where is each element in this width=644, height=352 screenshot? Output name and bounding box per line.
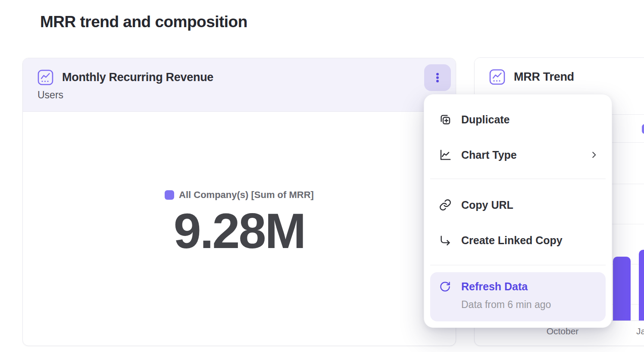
mrr-card-header: Monthly Recurring Revenue Users	[23, 58, 456, 112]
mrr-card-title-row: Monthly Recurring Revenue	[38, 69, 441, 85]
menu-item-label: Duplicate	[461, 113, 510, 126]
duplicate-icon	[439, 113, 452, 126]
mrr-big-number: 9.28M	[174, 205, 305, 257]
legend-label: All Company(s) [Sum of MRR]	[179, 189, 314, 201]
dashboard-viewport: MRR trend and composition Monthly Recurr…	[0, 0, 644, 352]
menu-item-label: Create Linked Copy	[461, 234, 563, 247]
refresh-row: Refresh Data	[439, 280, 528, 293]
menu-item-copy-url[interactable]: Copy URL	[424, 193, 612, 217]
menu-divider	[430, 179, 606, 179]
link-icon	[439, 198, 452, 211]
menu-item-refresh-data[interactable]: Refresh Data Data from 6 min ago	[430, 272, 606, 321]
chevron-right-icon	[589, 150, 599, 160]
trend-bar[interactable]	[639, 250, 644, 321]
chart-type-icon	[439, 148, 452, 161]
linked-copy-icon	[439, 234, 452, 247]
legend-swatch	[165, 190, 174, 200]
mrr-legend: All Company(s) [Sum of MRR]	[165, 189, 314, 201]
mrr-card: Monthly Recurring Revenue Users All Comp…	[22, 58, 456, 346]
menu-item-duplicate[interactable]: Duplicate	[424, 107, 612, 132]
card-context-menu: Duplicate Chart Type Copy URL	[424, 94, 612, 328]
chart-widget-icon	[489, 69, 505, 85]
x-tick-january: Ja	[636, 326, 644, 336]
menu-divider	[430, 265, 606, 265]
card-options-button[interactable]	[424, 64, 451, 91]
refresh-label: Refresh Data	[461, 280, 528, 293]
menu-item-label: Chart Type	[461, 149, 517, 161]
menu-item-label: Copy URL	[461, 199, 513, 211]
mrr-card-body: All Company(s) [Sum of MRR] 9.28M	[23, 112, 456, 257]
menu-item-chart-type[interactable]: Chart Type	[424, 143, 612, 167]
mrr-card-title: Monthly Recurring Revenue	[62, 71, 213, 84]
trend-bar[interactable]	[613, 257, 631, 321]
trend-card-title: MRR Trend	[514, 70, 574, 84]
chart-widget-icon	[38, 69, 53, 85]
page-title: MRR trend and composition	[40, 13, 247, 31]
trend-card-title-row: MRR Trend	[489, 69, 644, 85]
trend-legend-swatch	[642, 124, 644, 134]
kebab-menu-icon	[432, 72, 443, 83]
mrr-card-subtitle: Users	[38, 89, 441, 101]
refresh-status: Data from 6 min ago	[461, 299, 551, 311]
menu-item-create-linked-copy[interactable]: Create Linked Copy	[424, 228, 612, 252]
refresh-icon	[439, 281, 451, 292]
